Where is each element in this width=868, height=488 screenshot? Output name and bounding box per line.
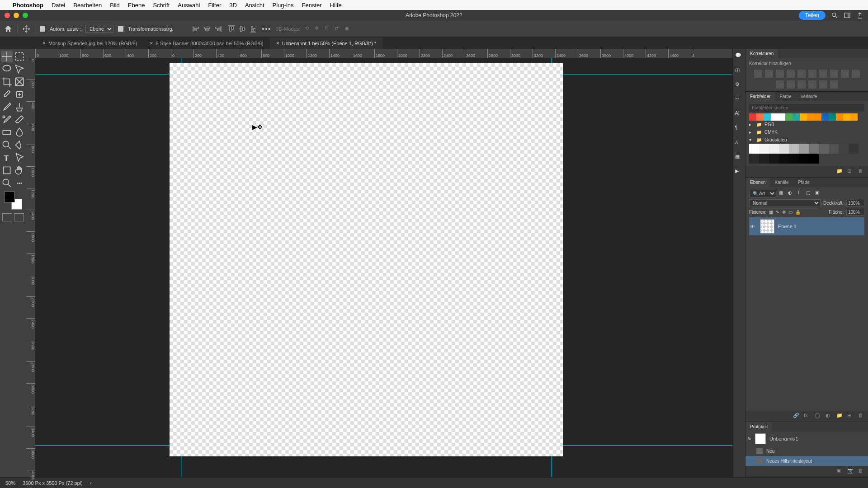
selective-color-icon[interactable]	[830, 80, 838, 89]
swatch[interactable]	[843, 113, 850, 121]
workspace-icon[interactable]	[844, 12, 851, 19]
swatch[interactable]	[756, 113, 764, 121]
bw-icon[interactable]	[830, 70, 838, 78]
history-item[interactable]: Neues Hilfslinienlayout	[745, 456, 868, 466]
history-brush-source-icon[interactable]: ✎	[747, 436, 751, 442]
swatch[interactable]	[749, 154, 759, 164]
channel-mixer-icon[interactable]	[852, 70, 860, 78]
align-hcenter[interactable]	[203, 24, 212, 33]
menu-type[interactable]: Schrift	[153, 2, 170, 9]
lock-position-icon[interactable]: ✥	[782, 210, 786, 215]
filter-shape-icon[interactable]: ▢	[806, 190, 813, 197]
share-button[interactable]: Teilen	[799, 11, 826, 20]
ruler-horizontal[interactable]: 0100080060040020002004006008001000120014…	[26, 49, 732, 58]
menu-layer[interactable]: Ebene	[128, 2, 145, 9]
layer-filter-kind[interactable]: 🔍 Art	[749, 190, 776, 197]
invert-icon[interactable]	[787, 80, 795, 89]
swatch[interactable]	[764, 113, 771, 121]
doc-tab-1[interactable]: ×Mockup-Spenden.jpg bei 120% (RGB/8)	[36, 38, 143, 49]
type-tool[interactable]: T	[1, 152, 13, 164]
lock-pixels-icon[interactable]: ✎	[776, 210, 779, 215]
layers-dock-icon[interactable]: ▦	[735, 154, 743, 162]
fx-icon[interactable]: fx	[804, 413, 811, 420]
quick-mask-icon[interactable]	[2, 213, 12, 221]
home-icon[interactable]	[4, 24, 13, 33]
delete-swatch-icon[interactable]: 🗑	[858, 168, 865, 175]
swatch[interactable]	[799, 154, 809, 164]
history-tab[interactable]: Protokoll	[745, 422, 772, 432]
menu-3d[interactable]: 3D	[229, 2, 237, 9]
hand-tool[interactable]	[14, 164, 25, 176]
adjustments-dock-icon[interactable]: ⚙	[735, 81, 743, 89]
gradient-tool[interactable]	[1, 127, 13, 138]
more-options[interactable]: •••	[262, 25, 272, 33]
layer-name[interactable]: Ebene 1	[778, 224, 797, 229]
posterize-icon[interactable]	[797, 80, 806, 89]
swatch[interactable]	[759, 154, 769, 164]
dodge-tool[interactable]	[1, 139, 13, 151]
swatch[interactable]	[769, 154, 779, 164]
snapshot-icon[interactable]: 📷	[847, 468, 854, 475]
filter-pixel-icon[interactable]: ▦	[779, 190, 786, 197]
gradients-tab[interactable]: Verläufe	[796, 92, 822, 101]
share-export-icon[interactable]	[856, 12, 863, 19]
play-icon[interactable]: ▶	[735, 168, 743, 176]
move-tool[interactable]	[1, 51, 13, 62]
swatch[interactable]	[769, 144, 779, 154]
visibility-icon[interactable]: 👁	[750, 224, 756, 229]
new-doc-from-state-icon[interactable]: ▣	[836, 468, 844, 475]
align-left[interactable]	[192, 24, 201, 33]
history-item[interactable]: Neu	[745, 446, 868, 456]
gradient-map-icon[interactable]	[819, 80, 827, 89]
lock-transparent-icon[interactable]: ▦	[769, 210, 773, 215]
align-right[interactable]	[213, 24, 222, 33]
menu-image[interactable]: Bild	[110, 2, 120, 9]
align-bottom[interactable]	[249, 24, 258, 33]
swatch-search-input[interactable]	[749, 104, 864, 112]
photo-filter-icon[interactable]	[841, 70, 849, 78]
align-top[interactable]	[227, 24, 236, 33]
swatch[interactable]	[789, 154, 799, 164]
layer-row[interactable]: 👁 Ebene 1	[749, 217, 864, 235]
clone-stamp-tool[interactable]	[14, 101, 25, 113]
swatch[interactable]	[800, 113, 807, 121]
window-maximize[interactable]	[23, 13, 28, 18]
menu-filter[interactable]: Filter	[208, 2, 221, 9]
filter-smart-icon[interactable]: ▣	[815, 190, 822, 197]
color-tab[interactable]: Farbe	[775, 92, 796, 101]
brightness-icon[interactable]	[754, 70, 762, 78]
color-picker[interactable]	[4, 192, 22, 210]
edit-toolbar[interactable]: •••	[14, 177, 25, 189]
window-minimize[interactable]	[14, 13, 19, 18]
swatch[interactable]	[836, 113, 843, 121]
menu-edit[interactable]: Bearbeiten	[73, 2, 102, 9]
align-vcenter[interactable]	[238, 24, 247, 33]
close-icon[interactable]: ×	[150, 40, 153, 47]
quick-select-tool[interactable]	[14, 63, 25, 75]
swatch[interactable]	[779, 144, 789, 154]
new-layer-icon[interactable]: ⊞	[847, 413, 854, 420]
lasso-tool[interactable]	[1, 63, 13, 75]
eraser-tool[interactable]	[14, 114, 25, 126]
character-icon[interactable]: A|	[735, 110, 743, 118]
menu-file[interactable]: Datei	[52, 2, 65, 9]
delete-layer-icon[interactable]: 🗑	[858, 413, 865, 420]
window-close[interactable]	[5, 13, 10, 18]
fill-input[interactable]	[846, 209, 864, 216]
zoom-tool[interactable]	[1, 177, 13, 189]
search-icon[interactable]	[831, 12, 838, 19]
doc-tab-2[interactable]: ×6-Style-Banner-3000x3000.psd bei 50% (R…	[143, 38, 269, 49]
swatch[interactable]	[759, 144, 769, 154]
blur-tool[interactable]	[14, 127, 25, 138]
close-icon[interactable]: ×	[42, 40, 46, 47]
app-name[interactable]: Photoshop	[13, 2, 43, 9]
auto-select-checkbox[interactable]	[40, 26, 45, 32]
swatches-tab[interactable]: Farbfelder	[745, 92, 775, 101]
color-balance-icon[interactable]	[819, 70, 827, 78]
swatch-group-gray[interactable]: ▾📁Graustufen	[749, 136, 864, 144]
comments-icon[interactable]: 💬	[735, 52, 743, 61]
swatch[interactable]	[785, 113, 793, 121]
history-document[interactable]: ✎ Unbenannt-1	[745, 432, 868, 446]
lock-nest-icon[interactable]: ▭	[788, 210, 793, 215]
paths-tab[interactable]: Pfade	[793, 178, 814, 187]
